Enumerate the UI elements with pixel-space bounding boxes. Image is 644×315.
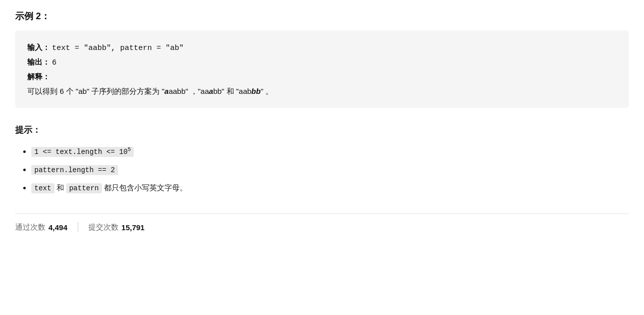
hints-section: 提示： 1 <= text.length <= 105 pattern.leng…	[15, 124, 629, 195]
explain-label-line: 解释：	[27, 70, 617, 83]
example-section: 示例 2： 输入： text = "aabb", pattern = "ab" …	[15, 10, 629, 108]
bold-b1: b	[251, 87, 256, 95]
bold-b2: b	[256, 87, 260, 95]
hint-item-3: text 和 pattern 都只包含小写英文字母。	[31, 180, 629, 195]
pass-value: 4,494	[48, 223, 68, 232]
input-label: 输入：	[27, 40, 50, 54]
output-value: 6	[52, 56, 57, 70]
input-line: 输入： text = "aabb", pattern = "ab"	[27, 40, 617, 55]
stats-bar: 通过次数 4,494 提交次数 15,791	[15, 214, 629, 232]
submit-value: 15,791	[122, 223, 145, 232]
submit-label: 提交次数	[88, 223, 119, 232]
hint-code-2: pattern.length == 2	[31, 165, 118, 175]
hints-title: 提示：	[15, 124, 629, 136]
pass-label: 通过次数	[15, 223, 45, 232]
bold-a1: a	[165, 87, 169, 95]
output-line: 输出： 6	[27, 55, 617, 70]
explain-label: 解释：	[27, 70, 50, 83]
example-block: 输入： text = "aabb", pattern = "ab" 输出： 6 …	[15, 30, 629, 108]
hint-and: 和	[57, 183, 66, 192]
output-label: 输出：	[27, 55, 50, 69]
submit-stat: 提交次数 15,791	[88, 223, 145, 232]
bold-a2: a	[209, 87, 213, 95]
explain-text: 可以得到 6 个 "ab" 子序列的部分方案为 "aaabb" ，"aaabb"…	[27, 84, 617, 98]
exponent-5: 5	[128, 146, 131, 152]
hint-item-1: 1 <= text.length <= 105	[31, 144, 629, 159]
hint-code-text: text	[31, 183, 55, 193]
hint-item-2: pattern.length == 2	[31, 162, 629, 177]
hints-list: 1 <= text.length <= 105 pattern.length =…	[15, 144, 629, 195]
input-value: text = "aabb", pattern = "ab"	[52, 41, 184, 55]
stat-divider	[78, 222, 78, 232]
hint-end-text: 都只包含小写英文字母。	[104, 183, 187, 192]
hint-code-pattern: pattern	[66, 183, 102, 193]
hint-code-1: 1 <= text.length <= 105	[31, 147, 134, 157]
example-title: 示例 2：	[15, 10, 629, 22]
pass-stat: 通过次数 4,494	[15, 223, 68, 232]
